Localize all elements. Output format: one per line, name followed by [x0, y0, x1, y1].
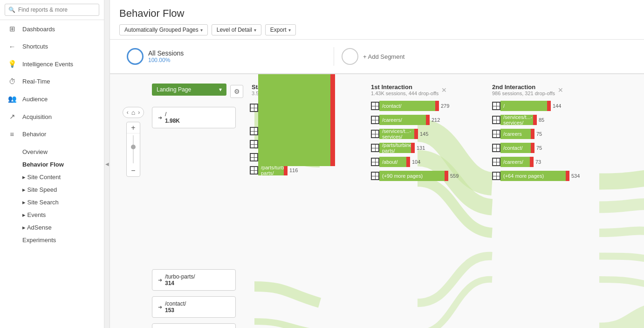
sidebar-item-behavior[interactable]: ≡ Behavior: [0, 126, 104, 143]
first-int-bar-careers[interactable]: /careers/ 212: [371, 115, 483, 125]
starting-bar-root[interactable]: / 2.01K: [250, 102, 348, 114]
sidebar-item-intelligence[interactable]: 💡 Intelligence Events: [0, 55, 104, 73]
close-icon[interactable]: ✕: [441, 86, 447, 94]
arrow-icon: ➜: [158, 304, 162, 310]
landing-node-turbo[interactable]: ➜ /turbo-parts/ 314: [152, 269, 236, 291]
segment-percentage: 100.00%: [148, 57, 184, 63]
nav-arrows[interactable]: ‹ ⌂ ›: [123, 107, 144, 118]
landing-page-col: Landing Page ▾ ⚙ ➜ / 1.98K: [152, 84, 245, 328]
starting-bar-parts[interactable]: /parts/turbine-parts/ 116: [250, 165, 348, 175]
arrow-icon: ➜: [158, 115, 162, 121]
segment-bar: All Sessions 100.00% + Add Segment: [110, 40, 644, 74]
first-int-bar-contact[interactable]: /contact/ 279: [371, 101, 483, 111]
second-int-bar-contact[interactable]: /contact/ 75: [492, 143, 604, 153]
nav-right-icon[interactable]: ›: [138, 109, 140, 116]
sidebar-item-site-search[interactable]: ▸ Site Search: [0, 196, 104, 209]
landing-node-root[interactable]: ➜ / 1.98K: [152, 107, 236, 128]
search-section: 🔍: [0, 0, 104, 20]
nav-left-icon[interactable]: ‹: [127, 109, 129, 116]
sidebar-item-overview[interactable]: Overview: [0, 146, 104, 158]
sidebar-item-adsense[interactable]: ▸ AdSense: [0, 221, 104, 234]
sidebar-item-behavior-flow[interactable]: Behavior Flow: [0, 158, 104, 171]
grouped-pages-dropdown[interactable]: Automatically Grouped Pages ▾: [119, 24, 208, 35]
second-int-bar-more[interactable]: (+64 more pages) 534: [492, 171, 604, 181]
add-segment-section: + Add Segment: [334, 45, 474, 68]
first-int-bar-services[interactable]: /services/t...-services/ 145: [371, 129, 483, 139]
sidebar-label-intelligence: Intelligence Events: [22, 61, 73, 68]
sidebar: 🔍 ⊞ Dashboards ← Shortcuts 💡 Intelligenc…: [0, 0, 104, 328]
sidebar-label-acquisition: Acquisition: [22, 113, 52, 120]
page-header: Behavior Flow Automatically Grouped Page…: [110, 0, 644, 40]
first-interaction-header: 1st Interaction 1.43K sessions, 444 drop…: [371, 84, 483, 96]
sidebar-label-audience: Audience: [22, 96, 48, 103]
starting-bar-green-root: / 2.01K: [258, 74, 330, 166]
intelligence-icon: 💡: [7, 60, 17, 68]
search-input[interactable]: [5, 4, 99, 16]
search-icon: 🔍: [8, 7, 15, 13]
sidebar-item-acquisition[interactable]: ↗ Acquisition: [0, 108, 104, 126]
page-title: Behavior Flow: [119, 7, 635, 20]
zoom-handle: [131, 145, 136, 149]
arrow-icon: ➜: [158, 277, 162, 283]
segment-name: All Sessions: [148, 49, 184, 57]
first-int-bar-parts[interactable]: /parts/turbine-parts/ 131: [371, 143, 483, 153]
zoom-out-button[interactable]: −: [127, 165, 140, 176]
sidebar-item-audience[interactable]: 👥 Audience: [0, 90, 104, 108]
sidebar-item-experiments[interactable]: Experiments: [0, 234, 104, 246]
sidebar-item-events[interactable]: ▸ Events: [0, 209, 104, 221]
behavior-icon: ≡: [7, 130, 17, 138]
main-content: Behavior Flow Automatically Grouped Page…: [110, 0, 644, 328]
segment-all-sessions: All Sessions 100.00%: [119, 45, 334, 68]
zoom-in-button[interactable]: +: [127, 122, 140, 133]
flow-canvas: ‹ ⌂ › + − La: [110, 74, 644, 328]
second-int-bar-careers-notrailing[interactable]: /careers 75: [492, 129, 604, 139]
flow-area[interactable]: ‹ ⌂ › + − La: [110, 74, 644, 328]
chevron-down-icon: ▾: [288, 28, 291, 33]
sidebar-item-realtime[interactable]: ⏱ Real-Time: [0, 73, 104, 90]
sidebar-label-shortcuts: Shortcuts: [22, 43, 48, 50]
first-int-bar-more[interactable]: (+90 more pages) 559: [371, 171, 483, 181]
chevron-down-icon: ▾: [200, 28, 203, 33]
landing-page-dropdown[interactable]: Landing Page ▾: [152, 84, 226, 96]
segment-circle: [127, 48, 144, 65]
segment-empty-circle: [342, 48, 358, 65]
second-int-bar-services[interactable]: /services/t...-services/ 85: [492, 115, 604, 125]
export-dropdown[interactable]: Export ▾: [265, 24, 296, 35]
close-icon-2nd[interactable]: ✕: [558, 86, 563, 94]
second-interaction-col: 2nd Interaction 986 sessions, 321 drop-o…: [492, 84, 604, 181]
second-interaction-header: 2nd Interaction 986 sessions, 321 drop-o…: [492, 84, 604, 96]
first-int-bar-about[interactable]: /about/ 104: [371, 157, 483, 167]
sidebar-item-site-speed[interactable]: ▸ Site Speed: [0, 183, 104, 196]
second-int-bar-root[interactable]: / 144: [492, 101, 604, 111]
first-interaction-col: 1st Interaction 1.43K sessions, 444 drop…: [371, 84, 483, 181]
landing-node-contact[interactable]: ➜ /contact/ 153: [152, 296, 236, 318]
zoom-slider[interactable]: [133, 135, 134, 163]
dashboard-icon: ⊞: [7, 25, 17, 33]
toolbar: Automatically Grouped Pages ▾ Level of D…: [119, 24, 635, 35]
landing-node-repairs[interactable]: ➜ /repairs/st...omponents/ 127: [152, 323, 236, 328]
realtime-icon: ⏱: [7, 77, 17, 85]
home-icon[interactable]: ⌂: [131, 109, 135, 116]
sidebar-item-site-content[interactable]: ▸ Site Content: [0, 171, 104, 183]
sidebar-label-behavior: Behavior: [22, 131, 46, 138]
add-segment-button[interactable]: + Add Segment: [363, 53, 404, 60]
starting-pages-col: Starting pages 3.54K sessions, 2.11K dro…: [250, 84, 348, 175]
flow-controls: ‹ ⌂ › + −: [119, 107, 147, 177]
acquisition-icon: ↗: [7, 112, 17, 121]
segment-info: All Sessions 100.00%: [148, 49, 184, 63]
grid-icon: [250, 104, 258, 112]
settings-button[interactable]: ⚙: [230, 85, 243, 98]
shortcuts-icon: ←: [7, 42, 17, 50]
sidebar-item-shortcuts[interactable]: ← Shortcuts: [0, 38, 104, 55]
chevron-down-icon: ▾: [219, 86, 222, 93]
sidebar-item-dashboards[interactable]: ⊞ Dashboards: [0, 20, 104, 38]
second-int-bar-careers-trailing[interactable]: /careers/ 73: [492, 157, 604, 167]
behavior-sub-nav: Overview Behavior Flow ▸ Site Content ▸ …: [0, 143, 104, 246]
level-detail-dropdown[interactable]: Level of Detail ▾: [212, 24, 261, 35]
sidebar-label-dashboards: Dashboards: [22, 26, 55, 33]
sidebar-label-realtime: Real-Time: [22, 78, 50, 85]
zoom-control: + −: [126, 122, 140, 177]
sidebar-collapse-handle[interactable]: ◀: [104, 0, 110, 328]
chevron-down-icon: ▾: [254, 28, 256, 33]
audience-icon: 👥: [7, 95, 17, 103]
